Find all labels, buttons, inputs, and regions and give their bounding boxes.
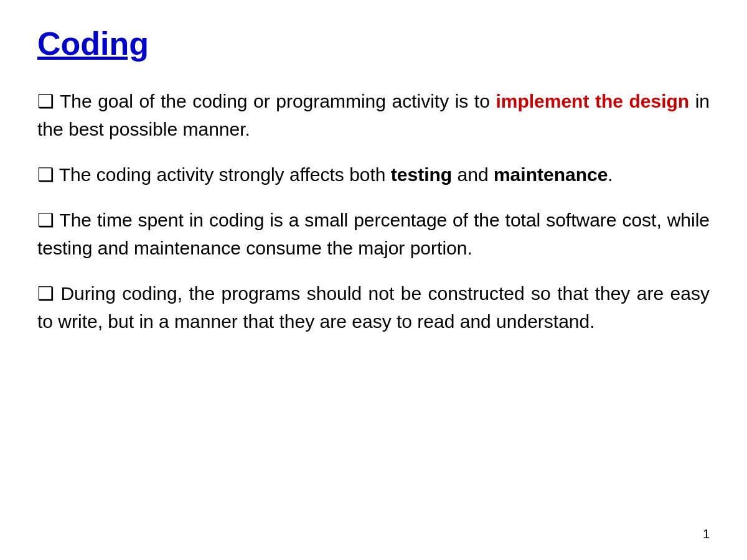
bullet3-text: ❑ The time spent in coding is a small pe…: [37, 210, 710, 258]
bullet1-normal1: ❑ The goal of the coding or programming …: [37, 91, 496, 111]
page-container: Coding ❑ The goal of the coding or progr…: [0, 0, 747, 560]
page-title: Coding: [37, 25, 149, 62]
bullet2-normal2: and: [452, 164, 494, 185]
bullet2-period: .: [608, 164, 613, 185]
bullet2-bold1: testing: [391, 164, 452, 185]
bullet-section-4: ❑ During coding, the programs should not…: [37, 279, 710, 335]
bullet-section-1: ❑ The goal of the coding or programming …: [37, 87, 710, 143]
bullet-text-2: ❑ The coding activity strongly affects b…: [37, 161, 710, 189]
bullet-section-3: ❑ The time spent in coding is a small pe…: [37, 206, 710, 262]
bullet-text-1: ❑ The goal of the coding or programming …: [37, 87, 710, 143]
bullet-section-2: ❑ The coding activity strongly affects b…: [37, 161, 710, 189]
bullet2-normal1: ❑ The coding activity strongly affects b…: [37, 164, 391, 185]
bullet1-highlight: implement the design: [496, 91, 689, 111]
bullet-text-3: ❑ The time spent in coding is a small pe…: [37, 206, 710, 262]
bullet4-text: ❑ During coding, the programs should not…: [37, 283, 710, 332]
bullet-text-4: ❑ During coding, the programs should not…: [37, 279, 710, 335]
page-number: 1: [703, 527, 710, 541]
bullet2-bold2: maintenance: [494, 164, 608, 185]
